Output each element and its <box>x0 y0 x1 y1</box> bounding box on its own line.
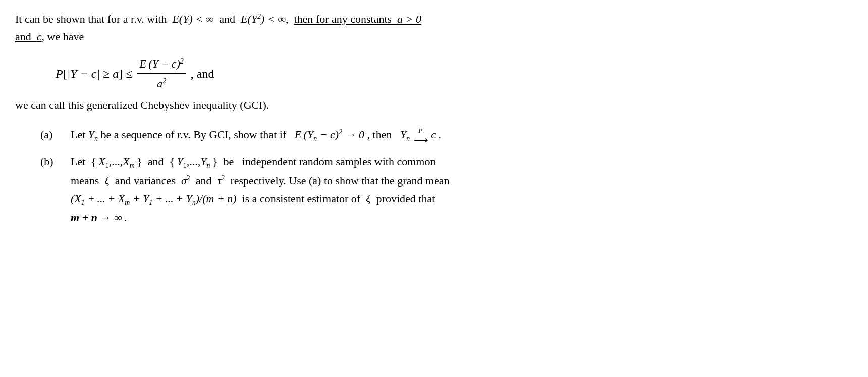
part-b: (b) Let { X1,...,Xm } and { Y1,...,Yn } … <box>40 153 853 226</box>
part-a: (a) Let Yn be a sequence of r.v. By GCI,… <box>40 125 853 145</box>
intro-text-end: and c, we have <box>15 30 84 43</box>
formula-block: P[|Y − c| ≥ a] ≤ E (Y − c)2 a2 , and <box>56 55 853 92</box>
part-a-text: Let Yn be a sequence of r.v. By GCI, sho… <box>71 128 441 141</box>
gci-text: we can call this generalized Chebyshev i… <box>15 97 853 113</box>
part-b-content: Let { X1,...,Xm } and { Y1,...,Yn } be i… <box>71 153 853 226</box>
part-b-line3: (X1 + ... + Xm + Y1 + ... + Yn)/(m + n) … <box>71 190 853 209</box>
fraction: E (Y − c)2 a2 <box>137 55 185 92</box>
part-b-line2: means ξ and variances σ2 and τ2 respecti… <box>71 172 853 190</box>
gci-description: we can call this generalized Chebyshev i… <box>15 99 269 111</box>
part-b-label: (b) <box>40 153 71 170</box>
part-a-label: (a) <box>40 125 71 145</box>
content-wrapper: It can be shown that for a r.v. with E(Y… <box>15 10 853 226</box>
part-b-line1: Let { X1,...,Xm } and { Y1,...,Yn } be i… <box>71 153 853 172</box>
parts-section: (a) Let Yn be a sequence of r.v. By GCI,… <box>40 125 853 226</box>
part-b-line4: m + n → ∞ . <box>71 209 853 226</box>
formula-lhs: P[|Y − c| ≥ a] ≤ <box>56 65 132 83</box>
part-a-content: Let Yn be a sequence of r.v. By GCI, sho… <box>71 125 853 145</box>
formula-suffix: , and <box>191 65 214 83</box>
numerator: E (Y − c)2 <box>137 55 185 74</box>
intro-text-start: It can be shown that for a r.v. with E(Y… <box>15 13 421 25</box>
denominator: a2 <box>155 74 168 92</box>
inequality-formula: P[|Y − c| ≥ a] ≤ E (Y − c)2 a2 , and <box>56 55 214 92</box>
intro-paragraph: It can be shown that for a r.v. with E(Y… <box>15 10 853 45</box>
